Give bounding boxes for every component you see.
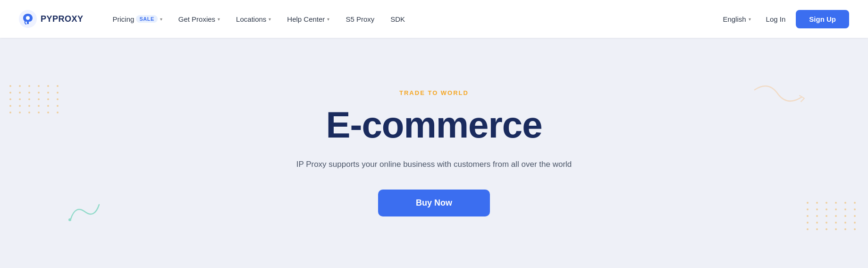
svg-point-1 bbox=[26, 16, 30, 20]
nav-label-pricing: Pricing bbox=[113, 15, 135, 23]
nav-label-get-proxies: Get Proxies bbox=[178, 15, 215, 23]
nav-item-sdk[interactable]: SDK bbox=[384, 11, 412, 27]
hero-content: TRADE TO WORLD E-commerce IP Proxy suppo… bbox=[287, 70, 581, 235]
nav-label-locations: Locations bbox=[236, 15, 266, 23]
pyproxy-logo-icon bbox=[19, 10, 37, 28]
buy-now-button[interactable]: Buy Now bbox=[378, 190, 490, 216]
hero-title: E-commerce bbox=[296, 106, 572, 145]
hero-description: IP Proxy supports your online business w… bbox=[296, 158, 572, 171]
nav-right: English ▾ Log In Sign Up bbox=[718, 10, 849, 28]
login-button[interactable]: Log In bbox=[759, 11, 792, 27]
nav-item-help-center[interactable]: Help Center ▾ bbox=[280, 11, 336, 27]
hero-subtitle: TRADE TO WORLD bbox=[296, 89, 572, 96]
navbar: PYPROXY Pricing SALE ▾ Get Proxies ▾ Loc… bbox=[0, 0, 868, 38]
chevron-down-icon: ▾ bbox=[327, 17, 329, 22]
logo-link[interactable]: PYPROXY bbox=[19, 10, 84, 28]
chevron-down-icon: ▾ bbox=[160, 17, 162, 22]
decorative-squiggle-left bbox=[61, 195, 109, 230]
language-selector[interactable]: English ▾ bbox=[718, 11, 755, 27]
nav-item-get-proxies[interactable]: Get Proxies ▾ bbox=[172, 11, 227, 27]
decorative-dots-left bbox=[9, 85, 61, 113]
nav-label-sdk: SDK bbox=[390, 15, 405, 23]
nav-item-pricing[interactable]: Pricing SALE ▾ bbox=[106, 11, 169, 27]
sale-badge: SALE bbox=[136, 15, 157, 23]
signup-button[interactable]: Sign Up bbox=[796, 10, 849, 28]
language-label: English bbox=[723, 15, 746, 23]
chevron-down-icon: ▾ bbox=[218, 17, 220, 22]
nav-item-locations[interactable]: Locations ▾ bbox=[229, 11, 278, 27]
chevron-down-icon: ▾ bbox=[749, 17, 751, 22]
brand-name: PYPROXY bbox=[41, 14, 84, 24]
decorative-dots-right bbox=[807, 202, 859, 230]
nav-label-s5-proxy: S5 Proxy bbox=[346, 15, 374, 23]
svg-point-2 bbox=[68, 218, 71, 221]
nav-label-help-center: Help Center bbox=[287, 15, 325, 23]
hero-section: TRADE TO WORLD E-commerce IP Proxy suppo… bbox=[0, 38, 868, 268]
nav-item-s5-proxy[interactable]: S5 Proxy bbox=[339, 11, 381, 27]
nav-links: Pricing SALE ▾ Get Proxies ▾ Locations ▾… bbox=[106, 11, 718, 27]
chevron-down-icon: ▾ bbox=[269, 17, 271, 22]
decorative-squiggle-right bbox=[750, 76, 807, 115]
